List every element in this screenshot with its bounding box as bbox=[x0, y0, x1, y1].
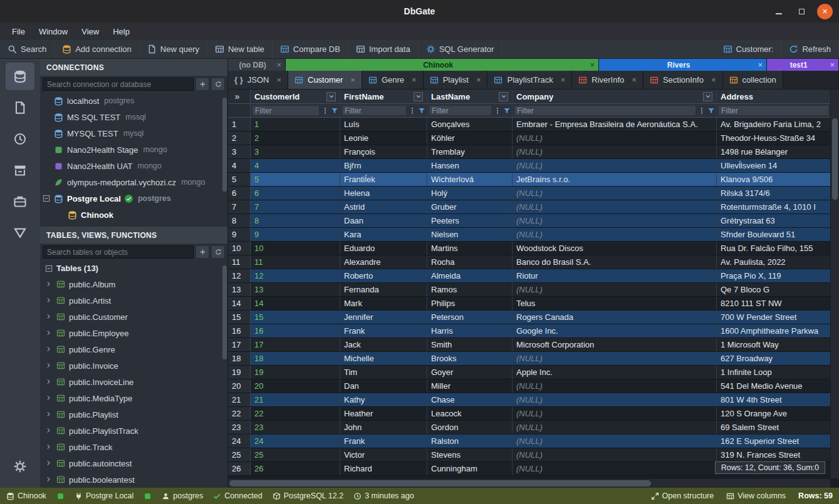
table-row[interactable]: 2121KathyChase(NULL)801 W 4th Street bbox=[228, 393, 830, 407]
connection-olympus-medportal-vychozi-cz[interactable]: olympus-medportal.vychozi.czmongo bbox=[40, 174, 227, 190]
close-icon[interactable]: × bbox=[830, 61, 835, 69]
filter-menu-icon[interactable] bbox=[494, 107, 501, 115]
data-cell[interactable]: 10 bbox=[251, 242, 340, 255]
row-number[interactable]: 17 bbox=[228, 338, 251, 351]
table-row[interactable]: 1818MichelleBrooks(NULL)627 Broadway bbox=[228, 352, 830, 366]
table-item-public-playlisttrack[interactable]: public.PlaylistTrack bbox=[40, 423, 227, 439]
connections-scrollbar[interactable] bbox=[222, 98, 227, 192]
data-cell[interactable]: 1 bbox=[251, 118, 340, 131]
data-cell[interactable]: Riotur bbox=[513, 269, 717, 282]
data-cell[interactable]: (NULL) bbox=[513, 379, 717, 393]
chevron-right-icon[interactable] bbox=[45, 346, 52, 352]
data-cell[interactable]: Brooks bbox=[427, 352, 513, 365]
table-item-public-invoice[interactable]: public.Invoice bbox=[40, 357, 227, 374]
data-cell[interactable]: 22 bbox=[251, 407, 340, 420]
chevron-right-icon[interactable] bbox=[45, 378, 52, 385]
data-cell[interactable]: Mark bbox=[340, 297, 427, 310]
connection-search-input[interactable] bbox=[43, 78, 194, 91]
column-header-company[interactable]: Company bbox=[513, 90, 717, 103]
data-cell[interactable]: Cunningham bbox=[427, 462, 513, 475]
table-item-public-autoinctest[interactable]: public.autoinctest bbox=[40, 455, 227, 471]
data-cell[interactable]: (NULL) bbox=[513, 200, 717, 213]
row-number[interactable]: 2 bbox=[228, 131, 251, 145]
connection-ms-sql-test[interactable]: MS SQL TESTmssql bbox=[40, 109, 227, 125]
connection-nano2health-uat[interactable]: Nano2Health UATmongo bbox=[40, 158, 227, 174]
chevron-right-icon[interactable] bbox=[45, 476, 52, 483]
data-cell[interactable]: Kara bbox=[340, 228, 427, 241]
row-number[interactable]: 11 bbox=[228, 255, 251, 269]
data-cell[interactable]: Frantiĺek bbox=[340, 173, 427, 186]
chevron-right-icon[interactable] bbox=[45, 280, 52, 287]
table-row[interactable]: 1616FrankHarrisGoogle Inc.1600 Amphithea… bbox=[228, 324, 830, 338]
tables-scrollbar[interactable] bbox=[222, 265, 227, 359]
data-cell[interactable]: Google Inc. bbox=[513, 324, 717, 337]
data-cell[interactable]: 1498 rue Bélanger bbox=[717, 145, 830, 158]
table-item-public-playlist[interactable]: public.Playlist bbox=[40, 406, 227, 423]
column-header-address[interactable]: Address bbox=[717, 90, 830, 103]
status-connected[interactable]: Connected bbox=[213, 491, 262, 500]
status-view-columns[interactable]: View columns bbox=[726, 491, 786, 500]
data-cell[interactable]: 9 bbox=[251, 228, 340, 241]
chevron-right-icon[interactable] bbox=[45, 362, 52, 369]
filter-funnel-icon[interactable] bbox=[503, 107, 511, 115]
titlebar[interactable]: DbGate × bbox=[0, 0, 839, 23]
close-icon[interactable]: × bbox=[476, 76, 481, 84]
data-cell[interactable]: John bbox=[340, 421, 427, 434]
chevron-right-icon[interactable] bbox=[45, 329, 52, 336]
data-cell[interactable]: Harris bbox=[427, 324, 513, 337]
minimize-button[interactable] bbox=[771, 4, 786, 19]
filter-funnel-icon[interactable] bbox=[418, 107, 425, 115]
status-led[interactable] bbox=[56, 491, 65, 500]
row-number[interactable]: 14 bbox=[228, 297, 251, 310]
data-cell[interactable]: Köhler bbox=[427, 131, 513, 145]
status-led[interactable] bbox=[143, 491, 152, 500]
data-cell[interactable]: Peeters bbox=[427, 214, 513, 227]
filter-input-customerid[interactable] bbox=[252, 105, 320, 116]
data-cell[interactable]: (NULL) bbox=[513, 462, 717, 475]
data-cell[interactable]: Gordon bbox=[427, 421, 513, 434]
data-cell[interactable]: Apple Inc. bbox=[513, 366, 717, 379]
table-row[interactable]: 2424FrankRalston(NULL)162 E Superior Str… bbox=[228, 435, 830, 448]
data-cell[interactable]: 4 bbox=[251, 159, 340, 172]
data-cell[interactable]: Chase bbox=[427, 393, 513, 406]
data-cell[interactable]: (NULL) bbox=[513, 283, 717, 296]
row-number[interactable]: 16 bbox=[228, 324, 251, 337]
filter-menu-icon[interactable] bbox=[698, 107, 706, 115]
close-icon[interactable]: × bbox=[758, 61, 763, 69]
data-cell[interactable]: Kathy bbox=[340, 393, 427, 406]
row-number[interactable]: 1 bbox=[228, 118, 251, 131]
column-header-firstname[interactable]: FirstName bbox=[340, 90, 427, 103]
data-cell[interactable]: 541 Del Medio Avenue bbox=[717, 379, 830, 393]
data-cell[interactable]: 8210 111 ST NW bbox=[717, 297, 830, 310]
row-number[interactable]: 7 bbox=[228, 200, 251, 213]
data-cell[interactable]: Rua Dr. Falcão Filho, 155 bbox=[717, 242, 830, 255]
row-number[interactable]: 21 bbox=[228, 393, 251, 406]
row-number[interactable]: 12 bbox=[228, 269, 251, 282]
data-cell[interactable]: Embraer - Empresa Brasileira de Aeronáut… bbox=[513, 118, 717, 131]
add-table-mini-button[interactable] bbox=[195, 245, 209, 259]
table-row[interactable]: 44BjřrnHansen(NULL)Ullevĺlsveien 14 bbox=[228, 159, 830, 173]
tab-playlisttrack[interactable]: PlaylistTrack× bbox=[487, 71, 572, 89]
column-menu-icon[interactable] bbox=[703, 92, 712, 101]
data-cell[interactable]: 16 bbox=[251, 324, 340, 337]
row-number[interactable]: 10 bbox=[228, 242, 251, 255]
data-cell[interactable]: 20 bbox=[251, 379, 340, 393]
data-cell[interactable]: (NULL) bbox=[513, 352, 717, 365]
data-cell[interactable]: 15 bbox=[251, 311, 340, 324]
table-item-public-genre[interactable]: public.Genre bbox=[40, 341, 227, 357]
status-chinook[interactable]: Chinook bbox=[6, 491, 46, 500]
row-number[interactable]: 3 bbox=[228, 145, 251, 158]
data-cell[interactable]: (NULL) bbox=[513, 421, 717, 434]
data-cell[interactable]: Alexandre bbox=[340, 255, 427, 269]
data-cell[interactable]: Klanova 9/506 bbox=[717, 173, 830, 186]
toolbar-search-button[interactable]: Search bbox=[0, 40, 55, 58]
data-cell[interactable]: Helena bbox=[340, 187, 427, 200]
data-cell[interactable]: 11 bbox=[251, 255, 340, 269]
data-cell[interactable]: 8 bbox=[251, 214, 340, 227]
db-tab-rivers[interactable]: Rivers× bbox=[599, 59, 767, 71]
data-cell[interactable]: Philips bbox=[427, 297, 513, 310]
close-icon[interactable]: × bbox=[276, 61, 281, 69]
menu-window[interactable]: Window bbox=[32, 23, 75, 40]
data-cell[interactable]: Gonçalves bbox=[427, 118, 513, 131]
row-number[interactable]: 23 bbox=[228, 421, 251, 434]
